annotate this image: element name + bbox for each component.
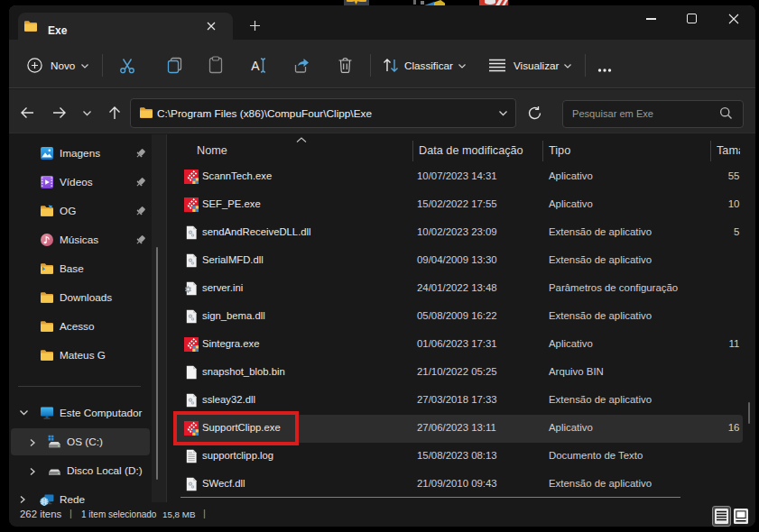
- svg-text:A: A: [251, 59, 260, 73]
